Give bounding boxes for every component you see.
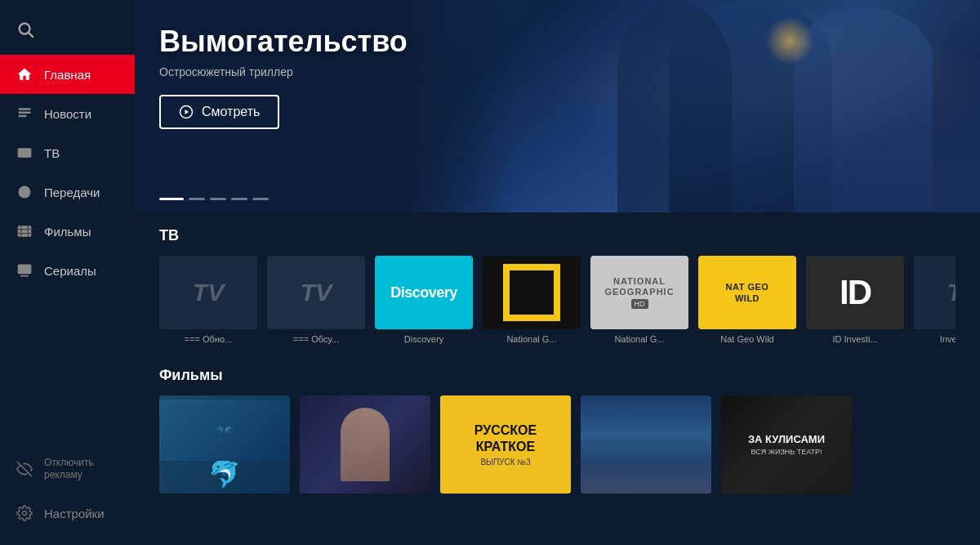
sidebar-label-home: Главная xyxy=(44,68,91,82)
film-item-4[interactable] xyxy=(581,395,711,494)
svg-marker-13 xyxy=(185,109,189,114)
films-section-title: Фильмы xyxy=(159,367,956,384)
channel-name-natgeo-wild: Nat Geo Wild xyxy=(720,334,773,344)
channel-thumb-investigation: TV xyxy=(914,256,956,329)
channel-thumb-discovery: Discovery xyxy=(375,256,473,329)
films-section: Фильмы 🐬 🐬🌊 Р xyxy=(135,352,980,502)
content-area: ТВ TV === Обно... TV === Обсу... xyxy=(135,212,980,545)
sidebar-item-tv[interactable]: ТВ xyxy=(0,133,135,172)
svg-point-11 xyxy=(23,511,27,516)
sidebar-label-movies: Фильмы xyxy=(44,225,91,239)
shows-icon xyxy=(16,184,33,200)
film-item-1[interactable]: 🐬 🐬🌊 xyxy=(159,395,290,494)
sidebar-bottom: Отключить рекламу Настройки xyxy=(0,445,135,545)
channel-name-2: === Обсу... xyxy=(293,334,339,344)
sidebar-label-disable-ads: Отключить рекламу xyxy=(44,457,118,482)
channel-thumb-id: ID xyxy=(806,256,904,329)
channel-name-id: ID Investi... xyxy=(832,334,877,344)
sidebar-item-home[interactable]: Главная xyxy=(0,55,135,94)
channel-name-natgeo: National G... xyxy=(506,334,556,344)
svg-rect-7 xyxy=(18,226,32,236)
films-row: 🐬 🐬🌊 РУССКОЕКРАТКОЕ ВЫПУСК №3 xyxy=(159,395,956,494)
sidebar-item-news[interactable]: Новости xyxy=(0,94,135,133)
channel-thumb-natgeo-hd: NATIONALGEOGRAPHIC HD xyxy=(590,256,688,329)
settings-icon xyxy=(16,505,33,521)
home-icon xyxy=(16,66,33,83)
dolphin-icon: 🐬 xyxy=(208,458,241,489)
channels-row: TV === Обно... TV === Обсу... Discovery xyxy=(159,256,956,344)
channel-item-natgeo-wild[interactable]: NAT GEOWILD Nat Geo Wild xyxy=(698,256,796,344)
svg-rect-4 xyxy=(19,115,27,118)
hero-dot-5[interactable] xyxy=(252,198,269,200)
backstage-subtitle: ВСЯ ЖИЗНЬ ТЕАТР! xyxy=(751,448,822,456)
search-icon xyxy=(16,20,34,38)
watch-button[interactable]: Смотреть xyxy=(159,95,279,129)
watch-label: Смотреть xyxy=(202,105,260,119)
channel-name-discovery: Discovery xyxy=(404,334,443,344)
channel-item-discovery[interactable]: Discovery Discovery xyxy=(375,256,473,344)
sidebar-item-settings[interactable]: Настройки xyxy=(0,494,135,533)
hero-dot-3[interactable] xyxy=(210,198,226,200)
hero-progress-dots xyxy=(159,198,269,200)
russkoe-subtitle: ВЫПУСК №3 xyxy=(480,458,530,467)
channel-item-natgeo[interactable]: NG National G... xyxy=(483,256,581,344)
channel-thumb-2: TV xyxy=(267,256,365,329)
hero-subtitle: Остросюжетный триллер xyxy=(159,65,408,78)
channel-item-id[interactable]: ID ID Investi... xyxy=(806,256,904,344)
sidebar-label-tv: ТВ xyxy=(44,146,60,160)
sidebar: Главная Новости ТВ xyxy=(0,0,135,545)
channel-name-1: === Обно... xyxy=(185,334,233,344)
channel-item-investigation[interactable]: TV Investigat... xyxy=(914,256,956,344)
hero-title: Вымогательство xyxy=(159,25,408,59)
search-button[interactable] xyxy=(0,8,135,55)
tv-section-title: ТВ xyxy=(159,227,956,244)
tv-icon xyxy=(16,145,33,161)
svg-rect-5 xyxy=(18,148,32,158)
sidebar-item-series[interactable]: Сериалы xyxy=(0,251,135,290)
sidebar-label-series: Сериалы xyxy=(44,264,96,278)
svg-rect-3 xyxy=(19,112,31,114)
channel-item-natgeo-hd[interactable]: NATIONALGEOGRAPHIC HD National G... xyxy=(590,256,688,344)
eye-icon xyxy=(16,461,33,477)
hero-dot-1[interactable] xyxy=(159,198,184,200)
hero-section: Вымогательство Остросюжетный триллер Смо… xyxy=(135,0,980,212)
channel-thumb-1: TV xyxy=(159,256,257,329)
hero-dot-2[interactable] xyxy=(189,198,205,200)
channel-name-investigation: Investigat... xyxy=(940,334,956,344)
film-item-russkoe[interactable]: РУССКОЕКРАТКОЕ ВЫПУСК №3 xyxy=(440,395,571,494)
channel-item-1[interactable]: TV === Обно... xyxy=(159,256,257,344)
hero-content: Вымогательство Остросюжетный триллер Смо… xyxy=(159,25,408,129)
sidebar-nav: Главная Новости ТВ xyxy=(0,55,135,445)
svg-line-1 xyxy=(29,33,33,37)
tv-section: ТВ TV === Обно... TV === Обсу... xyxy=(135,212,980,352)
backstage-title: ЗА КУЛИСАМИ xyxy=(748,433,825,447)
svg-rect-8 xyxy=(18,265,32,275)
sidebar-item-movies[interactable]: Фильмы xyxy=(0,212,135,251)
main-content: Вымогательство Остросюжетный триллер Смо… xyxy=(135,0,980,545)
play-icon xyxy=(179,105,194,119)
channel-item-2[interactable]: TV === Обсу... xyxy=(267,256,365,344)
channel-name-natgeo-hd: National G... xyxy=(614,334,664,344)
sidebar-label-settings: Настройки xyxy=(44,507,105,520)
svg-rect-9 xyxy=(20,275,29,277)
sidebar-label-news: Новости xyxy=(44,107,91,121)
series-icon xyxy=(16,262,33,279)
id-logo: ID xyxy=(840,273,871,312)
russkoe-title: РУССКОЕКРАТКОЕ xyxy=(474,422,537,453)
news-icon xyxy=(16,105,33,122)
movies-icon xyxy=(16,223,33,239)
sidebar-item-disable-ads[interactable]: Отключить рекламу xyxy=(0,445,135,494)
svg-rect-2 xyxy=(19,108,31,110)
natgeo-border: NG xyxy=(503,264,560,321)
sidebar-label-shows: Передачи xyxy=(44,185,100,199)
channel-thumb-natgeo: NG xyxy=(483,256,581,329)
sidebar-item-shows[interactable]: Передачи xyxy=(0,172,135,212)
channel-thumb-natgeo-wild: NAT GEOWILD xyxy=(698,256,796,329)
film-item-backstage[interactable]: ЗА КУЛИСАМИ ВСЯ ЖИЗНЬ ТЕАТР! xyxy=(721,395,852,494)
film-item-2[interactable] xyxy=(300,395,430,494)
discovery-logo: Discovery xyxy=(390,284,457,302)
hero-dot-4[interactable] xyxy=(231,198,247,200)
